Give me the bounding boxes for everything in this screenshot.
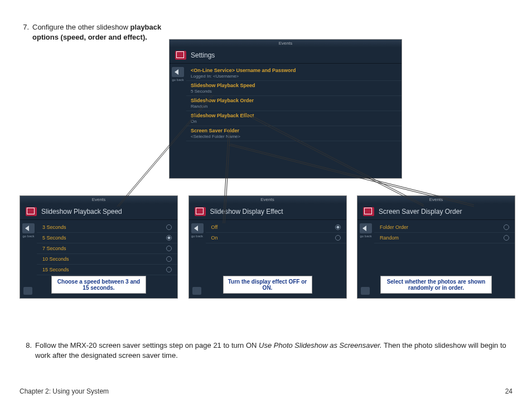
back-column: go back — [170, 64, 186, 143]
main-settings-screenshot: Events Settings go back <On-Line Service… — [169, 39, 402, 179]
radio-item[interactable]: On — [206, 233, 346, 243]
footer-icon[interactable] — [192, 287, 201, 295]
speed-options: 3 Seconds 5 Seconds 7 Seconds 10 Seconds… — [37, 220, 177, 277]
list-item[interactable]: <On-Line Service> Username and PasswordL… — [186, 66, 402, 81]
order-caption: Select whether the photos are shown rand… — [380, 276, 492, 294]
page-footer: Chapter 2: Using your System 24 — [20, 387, 512, 395]
radio-item[interactable]: 7 Seconds — [37, 243, 177, 254]
speed-screenshot: Events Slideshow Playback Speed go back … — [20, 195, 178, 299]
effect-screenshot: Events Slideshow Display Effect go back … — [188, 195, 347, 299]
list-item[interactable]: Slideshow Playback EffectOn — [186, 111, 402, 126]
step7-num: 7. — [17, 22, 32, 32]
effect-caption: Turn the display effect OFF or ON. — [223, 276, 312, 294]
effect-options: Off On — [206, 220, 346, 246]
settings-list: <On-Line Service> Username and PasswordL… — [186, 64, 402, 143]
back-button[interactable] — [22, 223, 35, 233]
back-button[interactable] — [360, 223, 372, 233]
step7-text: Configure the other slideshow playback o… — [32, 22, 166, 42]
step-8: 8. Follow the MRX-20 screen saver settin… — [20, 341, 512, 367]
footer-icon[interactable] — [23, 287, 32, 295]
speed-caption: Choose a speed between 3 and 15 seconds. — [51, 276, 146, 294]
back-button[interactable] — [172, 67, 184, 77]
radio-item[interactable]: Random — [374, 233, 515, 243]
radio-item[interactable]: 5 Seconds — [37, 233, 177, 243]
radio-item[interactable]: Folder Order — [374, 222, 515, 233]
order-options: Folder Order Random — [374, 220, 515, 246]
step8-text: Follow the MRX-20 screen saver settings … — [35, 341, 512, 361]
panel-icon — [363, 207, 374, 216]
panel-icon — [26, 207, 37, 216]
footer-icon[interactable] — [361, 287, 370, 295]
radio-item[interactable]: 15 Seconds — [37, 265, 177, 275]
radio-item[interactable]: Off — [206, 222, 346, 233]
main-header: Events — [170, 40, 402, 47]
list-item[interactable]: Slideshow Playback Speed5 Seconds — [186, 81, 402, 96]
radio-item[interactable]: 10 Seconds — [37, 254, 177, 265]
page-number: 24 — [505, 387, 512, 395]
back-label: go back — [170, 78, 186, 82]
order-screenshot: Events Screen Saver Display Order go bac… — [357, 195, 515, 299]
radio-item[interactable]: 3 Seconds — [37, 222, 177, 233]
step8-num: 8. — [20, 341, 35, 351]
list-item[interactable]: Slideshow Playback OrderRandom — [186, 96, 402, 111]
chapter-label: Chapter 2: Using your System — [20, 387, 109, 395]
panel-icon — [195, 207, 206, 216]
settings-icon — [175, 51, 186, 60]
main-title-bar: Settings — [170, 47, 402, 64]
list-item[interactable]: Screen Saver Folder<Selected Folder Name… — [186, 126, 402, 141]
back-button[interactable] — [191, 223, 204, 233]
main-title: Settings — [191, 51, 215, 59]
